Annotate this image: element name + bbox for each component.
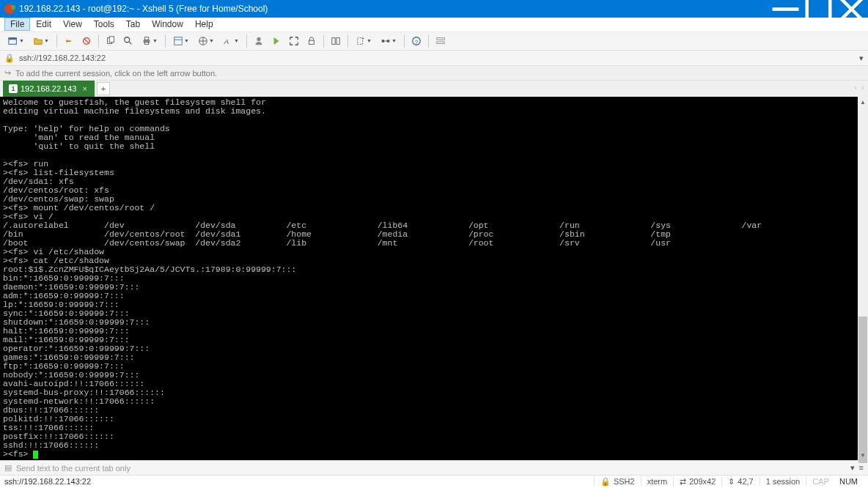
address-text[interactable]: ssh://192.168.22.143:22 <box>19 53 859 62</box>
svg-point-10 <box>125 37 130 42</box>
menu-view[interactable]: View <box>57 18 88 31</box>
lock-button[interactable] <box>304 33 320 49</box>
menu-tools[interactable]: Tools <box>88 18 120 31</box>
toolbar-separator <box>428 34 429 48</box>
new-session-button[interactable]: ▼ <box>4 33 28 49</box>
new-file-transfer-button[interactable]: +▼ <box>352 33 375 49</box>
size-icon: ⇄ <box>680 477 686 487</box>
tunneling-button[interactable]: ▼ <box>377 33 400 49</box>
window-title: 192.168.22.143 - root@192:~ - Xshell 5 (… <box>19 4 769 14</box>
toolbar-separator <box>404 34 405 48</box>
menu-file[interactable]: File <box>4 18 30 31</box>
tab-scroll-left-icon[interactable]: ‹ <box>854 84 856 92</box>
add-tab-button[interactable]: + <box>97 82 110 95</box>
status-term: xterm <box>641 477 674 486</box>
print-button[interactable]: ▼ <box>138 33 161 49</box>
svg-line-7 <box>84 39 88 42</box>
svg-line-11 <box>129 42 132 45</box>
address-dropdown-icon[interactable]: ▾ <box>859 53 864 63</box>
search-button[interactable] <box>120 33 136 49</box>
menu-help[interactable]: Help <box>189 18 219 31</box>
toolbar-separator <box>56 34 57 48</box>
svg-rect-21 <box>332 37 335 44</box>
svg-rect-5 <box>9 37 17 40</box>
svg-rect-9 <box>109 37 114 42</box>
svg-rect-20 <box>309 40 315 44</box>
address-bar: 🔒 ssh://192.168.22.143:22 ▾ <box>0 51 868 67</box>
lock-icon: 🔒 <box>4 53 15 63</box>
svg-rect-14 <box>144 42 148 45</box>
status-num: NUM <box>839 477 858 486</box>
disconnect-button[interactable] <box>78 33 95 49</box>
terminal-output[interactable]: Welcome to guestfish, the guest filesyst… <box>0 97 858 460</box>
svg-text:A: A <box>224 37 229 45</box>
svg-rect-15 <box>174 37 183 45</box>
toolbar-separator <box>347 34 348 48</box>
menu-bar: File Edit View Tools Tab Window Help <box>0 18 868 32</box>
copy-button[interactable] <box>103 33 119 49</box>
toolbar-separator <box>98 34 99 48</box>
app-icon <box>4 4 15 14</box>
svg-rect-26 <box>387 40 390 42</box>
maximize-button[interactable] <box>802 0 835 18</box>
info-bar-text: To add the current session, click on the… <box>15 69 217 78</box>
script-button[interactable] <box>268 33 284 49</box>
scrollbar-thumb[interactable] <box>858 317 867 463</box>
scroll-down-icon[interactable]: ▼ <box>858 450 868 460</box>
tab-bar: 1 192.168.22.143 × + ‹ › <box>0 81 868 97</box>
tab-scroll-right-icon[interactable]: › <box>861 84 864 92</box>
window-buttons <box>769 0 868 18</box>
info-bar: ↪ To add the current session, click on t… <box>0 66 868 81</box>
fullscreen-button[interactable] <box>286 33 302 49</box>
status-connection: ssh://192.168.22.143:22 <box>4 477 594 486</box>
toolbar-separator <box>323 34 324 48</box>
help-button[interactable]: ? <box>408 33 424 49</box>
rc-icon: ⇕ <box>728 477 735 487</box>
send-target-icon[interactable]: ▤ <box>4 463 12 473</box>
send-input[interactable]: Send text to the current tab only <box>16 464 846 473</box>
reconnect-button[interactable] <box>61 33 77 49</box>
terminal-prompt: ><fs> <box>3 449 33 459</box>
terminal-scrollbar[interactable]: ▲ ▼ <box>858 97 868 460</box>
status-session: 1 session <box>760 477 806 486</box>
add-session-arrow-icon[interactable]: ↪ <box>4 68 11 78</box>
menu-edit[interactable]: Edit <box>30 18 57 31</box>
svg-rect-22 <box>336 37 339 44</box>
svg-rect-31 <box>437 42 445 44</box>
toolbar-separator <box>246 34 247 48</box>
terminal-line: 'quit' to quit the shell <box>3 141 155 151</box>
terminal-area: Welcome to guestfish, the guest filesyst… <box>0 97 868 460</box>
menu-tab[interactable]: Tab <box>120 18 146 31</box>
toggle-sessions-button[interactable] <box>433 33 449 49</box>
status-size: 209x42 <box>689 477 716 486</box>
menu-window[interactable]: Window <box>146 18 189 31</box>
terminal-line: editing virtual machine filesystems and … <box>3 106 266 116</box>
open-session-button[interactable]: ▼ <box>29 33 53 49</box>
font-button[interactable]: A▼ <box>219 33 243 49</box>
status-cap: CAP <box>812 477 829 486</box>
cursor-icon <box>33 451 38 459</box>
send-menu-icon[interactable]: ≡ <box>859 463 864 473</box>
svg-text:?: ? <box>415 38 419 45</box>
session-tab-active[interactable]: 1 192.168.22.143 × <box>3 81 95 97</box>
toolbar: ▼ ▼ ▼ ▼ ▼ A▼ +▼ ▼ ? <box>0 32 868 51</box>
tab-index-badge: 1 <box>9 84 18 93</box>
transfer-button[interactable] <box>328 33 344 49</box>
close-button[interactable] <box>835 0 868 18</box>
properties-button[interactable]: ▼ <box>169 33 193 49</box>
color-scheme-button[interactable]: ▼ <box>194 33 218 49</box>
svg-text:+: + <box>361 36 364 41</box>
lock-icon: 🔒 <box>600 477 611 487</box>
svg-rect-13 <box>144 37 148 40</box>
send-dropdown-icon[interactable]: ▾ <box>850 463 855 473</box>
tab-label: 192.168.22.143 <box>21 84 76 93</box>
scroll-up-icon[interactable]: ▲ <box>858 97 868 107</box>
user-key-button[interactable] <box>251 33 267 49</box>
minimize-button[interactable] <box>769 0 802 18</box>
svg-rect-30 <box>437 37 445 40</box>
status-bar: ssh://192.168.22.143:22 🔒SSH2 xterm ⇄ 20… <box>0 475 868 488</box>
status-rowcol: 42,7 <box>738 477 753 486</box>
tab-close-icon[interactable]: × <box>82 84 87 93</box>
status-ssh: SSH2 <box>614 477 635 486</box>
window-titlebar: 192.168.22.143 - root@192:~ - Xshell 5 (… <box>0 0 868 18</box>
